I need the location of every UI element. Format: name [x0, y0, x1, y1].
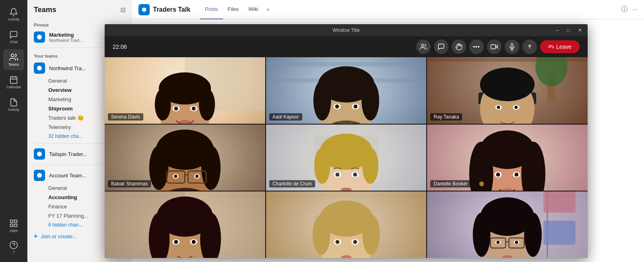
svg-point-64: [497, 106, 500, 109]
svg-point-45: [361, 80, 379, 121]
call-titlebar: Window Title ─ □ ✕: [105, 24, 588, 36]
svg-point-74: [149, 146, 169, 190]
svg-point-83: [195, 175, 198, 178]
participant-name-serena: Serena Davis: [108, 113, 143, 121]
svg-point-96: [335, 173, 339, 177]
svg-point-66: [515, 106, 518, 109]
tab-wiki[interactable]: Wiki: [244, 0, 263, 19]
sidebar-item-teams[interactable]: Teams: [3, 49, 24, 70]
participant-tile-9: [427, 191, 588, 258]
tab-files[interactable]: Files: [223, 0, 244, 19]
plus-icon: +: [34, 233, 37, 240]
filter-icon[interactable]: ⊟: [120, 6, 126, 14]
participant-name-ray: Ray Tanaka: [430, 113, 462, 121]
svg-point-9: [10, 241, 17, 249]
participant-tile-8: [266, 191, 427, 258]
call-timer: 22:06: [113, 44, 127, 50]
tab-posts[interactable]: Posts: [200, 0, 223, 19]
team-name-marketing: Marketing Northwind Trad...: [49, 32, 83, 43]
participant-tile-charlotte: Charlotte de Crum: [266, 125, 427, 191]
svg-rect-38: [266, 62, 427, 67]
svg-rect-6: [14, 220, 17, 222]
sidebar-item-calendar[interactable]: Calendar: [3, 72, 24, 93]
svg-rect-7: [14, 224, 17, 227]
more-options-icon[interactable]: ···: [632, 6, 638, 13]
call-controls: •••: [416, 40, 580, 54]
participant-name-babak: Babak Shammas: [108, 180, 151, 187]
sidebar-item-apps[interactable]: Apps: [3, 215, 24, 236]
svg-point-33: [174, 106, 178, 110]
share-screen-button[interactable]: [522, 40, 537, 54]
svg-point-81: [174, 175, 177, 178]
sidebar-label-help: ?: [12, 250, 14, 254]
sidebar-label-files: Activity: [8, 108, 20, 112]
svg-point-159: [497, 241, 500, 244]
team-avatar-tailspin: [34, 148, 45, 160]
sidebar-item-help[interactable]: ?: [3, 237, 24, 258]
call-window-title: Window Title: [332, 27, 360, 33]
svg-point-14: [37, 173, 42, 178]
call-grid: Serena Davis: [105, 57, 588, 258]
svg-point-15: [142, 7, 147, 12]
team-avatar-marketing: [34, 31, 45, 43]
channel-tabs: Posts Files Wiki +: [200, 0, 273, 19]
svg-point-109: [479, 181, 484, 186]
svg-point-135: [312, 215, 330, 255]
mic-button[interactable]: [505, 40, 519, 54]
participant-name-aadi: Aadi Kapoor: [269, 113, 302, 121]
sidebar-item-files[interactable]: Activity: [3, 94, 24, 115]
svg-point-50: [353, 104, 357, 108]
svg-point-13: [37, 152, 42, 156]
more-actions-button[interactable]: •••: [469, 40, 484, 54]
svg-point-161: [515, 241, 518, 244]
join-label: Join or create...: [41, 233, 77, 239]
svg-rect-145: [543, 191, 576, 212]
minimize-button[interactable]: ─: [553, 27, 561, 34]
svg-point-140: [353, 240, 357, 244]
participant-tile-serena: Serena Davis: [105, 57, 265, 124]
svg-rect-154: [485, 217, 530, 231]
close-button[interactable]: ✕: [576, 27, 584, 34]
svg-point-31: [199, 88, 215, 121]
svg-point-94: [362, 148, 378, 184]
participant-tile-ray: Ray Tanaka: [427, 57, 588, 124]
tab-add-button[interactable]: +: [263, 4, 273, 15]
sidebar-label-chat: Chat: [10, 40, 17, 44]
participant-tile-7: [105, 191, 265, 258]
participant-name-charlotte: Charlotte de Crum: [269, 180, 315, 187]
titlebar-controls: ─ □ ✕: [553, 27, 584, 34]
svg-point-12: [37, 66, 42, 71]
info-icon[interactable]: ⓘ: [621, 5, 627, 14]
sidebar-item-activity[interactable]: Activity: [3, 4, 24, 25]
call-toolbar: 22:06: [105, 36, 588, 57]
svg-point-113: [515, 173, 519, 177]
svg-point-30: [155, 88, 171, 121]
svg-point-126: [174, 240, 178, 244]
teams-panel-header: Teams ⊟: [27, 0, 132, 19]
participant-tile-babak: Babak Shammas: [105, 125, 265, 191]
ellipsis-icon: •••: [473, 44, 480, 50]
call-window: Window Title ─ □ ✕ 22:06: [105, 24, 588, 258]
team-name-account: Account Team...: [49, 173, 87, 179]
sidebar-label-calendar: Calendar: [6, 85, 21, 89]
svg-point-93: [314, 148, 330, 184]
svg-point-138: [335, 240, 339, 244]
sidebar-item-chat[interactable]: Chat: [3, 27, 24, 48]
svg-point-11: [37, 35, 42, 40]
svg-rect-18: [491, 45, 495, 49]
svg-point-48: [335, 104, 339, 108]
svg-point-0: [11, 54, 14, 57]
team-avatar-account: [34, 170, 45, 181]
leave-button[interactable]: Leave: [540, 40, 580, 53]
svg-point-16: [421, 44, 424, 46]
sidebar-label-apps: Apps: [10, 229, 18, 233]
camera-button[interactable]: [487, 40, 502, 54]
participants-button[interactable]: [416, 40, 431, 54]
team-name-tailspin: Tailspin Trader...: [49, 151, 87, 157]
raise-hand-button[interactable]: [452, 40, 466, 54]
svg-point-35: [192, 106, 196, 110]
svg-rect-5: [10, 220, 13, 222]
maximize-button[interactable]: □: [565, 27, 572, 34]
svg-rect-1: [10, 77, 17, 84]
chat-button[interactable]: [434, 40, 448, 54]
